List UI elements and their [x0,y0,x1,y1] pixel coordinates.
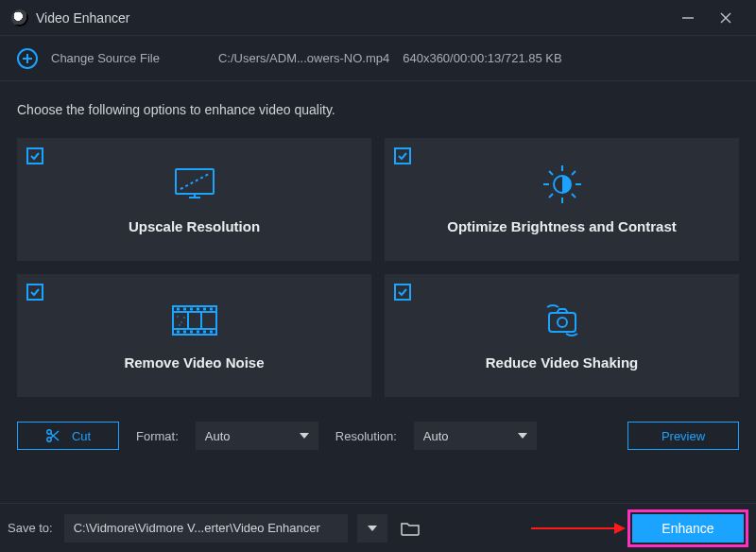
svg-rect-28 [210,307,213,310]
close-icon [718,10,733,26]
svg-line-14 [549,171,553,175]
titlebar: Video Enhancer [0,0,756,36]
svg-line-15 [572,194,576,198]
format-select[interactable]: Auto [196,422,318,450]
svg-rect-32 [197,330,199,333]
card-title: Upscale Resolution [129,218,260,234]
caret-down-icon [368,524,377,533]
close-button[interactable] [707,0,745,36]
check-icon [397,150,408,162]
plus-icon [22,53,33,64]
controls-row: Cut Format: Auto Resolution: Auto Previe… [17,422,739,450]
enhance-label: Enhance [662,521,713,536]
cut-label: Cut [72,429,91,443]
checkbox-brightness[interactable] [394,147,411,164]
option-cards: Upscale Resolution [17,138,739,397]
save-path-value: C:\Vidmore\Vidmore V...erter\Video Enhan… [74,521,320,535]
svg-line-16 [572,171,576,175]
card-title: Remove Video Noise [124,354,264,371]
svg-point-35 [177,316,179,318]
format-value: Auto [205,429,231,443]
caret-down-icon [300,431,309,440]
scissors-icon [45,428,60,443]
save-to-label: Save to: [8,521,53,535]
svg-rect-26 [197,307,199,310]
enhance-button[interactable]: Enhance [632,514,744,543]
filmstrip-icon [171,302,218,339]
svg-point-38 [179,324,180,326]
svg-rect-24 [183,307,186,310]
svg-marker-45 [300,433,309,439]
instruction-text: Choose the following options to enhance … [17,102,739,117]
svg-line-17 [549,194,553,198]
svg-rect-30 [183,330,186,333]
svg-rect-34 [210,330,213,333]
svg-rect-29 [177,330,180,333]
resolution-value: Auto [423,429,449,443]
checkbox-noise[interactable] [26,284,43,301]
resolution-label: Resolution: [335,429,397,443]
card-title: Reduce Video Shaking [486,354,638,371]
cut-button[interactable]: Cut [17,422,119,450]
minimize-button[interactable] [669,0,707,36]
checkbox-shaking[interactable] [394,284,411,301]
annotation-arrow-icon [531,519,626,538]
svg-rect-27 [203,307,206,310]
svg-point-40 [558,318,567,327]
caret-down-icon [518,431,527,440]
svg-rect-25 [190,307,193,310]
svg-point-36 [180,321,182,323]
card-remove-noise[interactable]: Remove Video Noise [17,274,371,397]
source-file-path: C:/Users/ADM...owers-NO.mp4 [218,51,389,65]
preview-button[interactable]: Preview [627,422,739,450]
format-label: Format: [136,429,179,443]
check-icon [29,286,41,298]
svg-marker-46 [518,433,527,439]
svg-rect-33 [203,330,206,333]
open-folder-button[interactable] [397,514,423,543]
source-bar: Change Source File C:/Users/ADM...owers-… [0,36,756,81]
svg-rect-39 [549,313,576,332]
monitor-icon [173,165,216,203]
folder-icon [401,521,420,536]
svg-marker-49 [614,523,626,534]
source-file-info: 640x360/00:00:13/721.85 KB [403,51,561,65]
change-source-label[interactable]: Change Source File [51,51,160,65]
svg-point-37 [183,317,185,319]
brightness-icon [541,165,584,203]
svg-rect-31 [190,330,193,333]
card-upscale-resolution[interactable]: Upscale Resolution [17,138,371,261]
footer: Save to: C:\Vidmore\Vidmore V...erter\Vi… [0,503,756,552]
checkbox-upscale[interactable] [26,147,43,164]
card-reduce-shaking[interactable]: Reduce Video Shaking [385,274,739,397]
annotation-highlight: Enhance [627,509,748,547]
check-icon [29,150,41,162]
svg-marker-47 [368,526,377,531]
save-path-field[interactable]: C:\Vidmore\Vidmore V...erter\Video Enhan… [64,514,348,543]
save-path-dropdown[interactable] [357,514,387,543]
main-content: Choose the following options to enhance … [0,81,756,503]
card-optimize-brightness[interactable]: Optimize Brightness and Contrast [385,138,739,261]
change-source-button[interactable] [17,48,38,69]
minimize-icon [680,10,696,26]
card-title: Optimize Brightness and Contrast [447,218,677,234]
preview-label: Preview [662,429,705,443]
resolution-select[interactable]: Auto [414,422,537,450]
camera-shake-icon [534,302,591,339]
svg-line-6 [180,174,209,189]
app-title: Video Enhancer [36,10,129,26]
app-icon [11,9,28,26]
svg-rect-5 [176,169,214,194]
check-icon [397,286,408,298]
svg-rect-23 [177,307,180,310]
